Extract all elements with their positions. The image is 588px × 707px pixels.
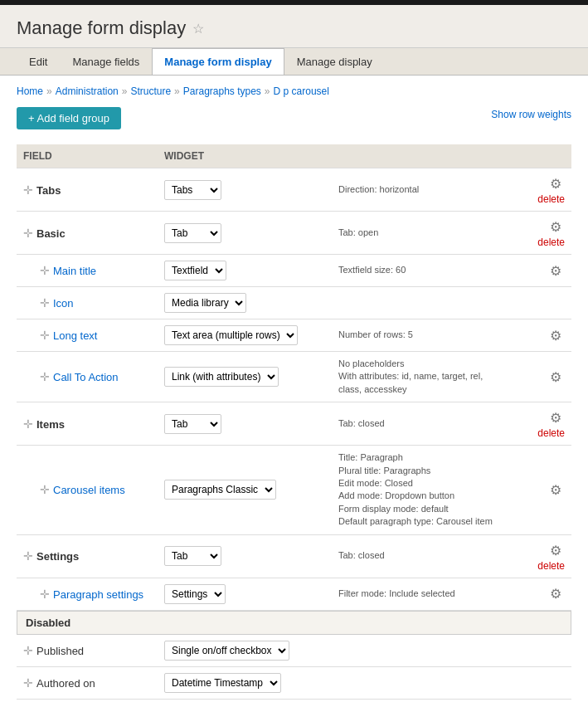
drag-handle[interactable]: ✛ [40, 483, 50, 496]
tab-manage-display[interactable]: Manage display [284, 48, 385, 75]
info-cell-tabs: Direction: horizontal [332, 168, 513, 212]
table-row-settings: ✛SettingsTabTabsHiddenTab: closed⚙delete [17, 534, 571, 578]
actions-cell-settings: ⚙delete [513, 534, 571, 578]
drag-handle[interactable]: ✛ [23, 227, 33, 240]
breadcrumb-item-3[interactable]: Paragraphs types [183, 85, 261, 97]
widget-select-link-(with-attributes)[interactable]: Link (with attributes)LinkHidden [164, 367, 279, 387]
widget-cell-long-text: Text area (multiple rows)Hidden [158, 319, 332, 352]
form-display-table: FIELD WIDGET ✛TabsTabsTabHiddenDirection… [17, 144, 571, 611]
tab-manage-form-display[interactable]: Manage form display [152, 48, 284, 75]
delete-link-settings[interactable]: delete [520, 560, 565, 572]
drag-handle[interactable]: ✛ [40, 588, 50, 601]
gear-button-basic[interactable]: ⚙ [547, 217, 565, 236]
actions-cell-basic: ⚙delete [513, 212, 571, 255]
field-label-settings: Settings [36, 550, 79, 563]
breadcrumb-item-4[interactable]: D p carousel [274, 85, 329, 97]
drag-handle[interactable]: ✛ [40, 370, 50, 383]
widget-cell-call-to-action: Link (with attributes)LinkHidden [158, 352, 332, 402]
drag-handle[interactable]: ✛ [40, 329, 50, 342]
tab-edit[interactable]: Edit [17, 48, 60, 75]
delete-link-basic[interactable]: delete [520, 236, 565, 248]
drag-handle[interactable]: ✛ [23, 183, 33, 197]
disabled-section: Disabled [17, 611, 571, 635]
widget-cell-tabs: TabsTabHidden [158, 168, 332, 212]
info-cell-main-title: Textfield size: 60 [332, 255, 513, 287]
actions-col-header [513, 144, 571, 168]
breadcrumb-sep: » [122, 85, 128, 97]
breadcrumb-item-2[interactable]: Structure [130, 85, 171, 97]
disabled-actions-published [452, 635, 572, 667]
table-row-paragraph-settings: ✛Paragraph settingsSettingsHiddenFilter … [17, 578, 571, 610]
info-col-header [332, 144, 513, 168]
breadcrumb-item-1[interactable]: Administration [56, 85, 119, 97]
star-icon[interactable]: ☆ [192, 21, 204, 37]
widget-select-text-area-(multiple-rows)[interactable]: Text area (multiple rows)Hidden [164, 325, 298, 345]
gear-button-call-to-action[interactable]: ⚙ [547, 368, 565, 387]
actions-cell-items: ⚙delete [513, 402, 571, 446]
field-label-paragraph-settings: Paragraph settings [53, 588, 143, 601]
widget-select-tab[interactable]: TabTabsHidden [164, 546, 221, 566]
breadcrumb-item-0[interactable]: Home [17, 85, 43, 97]
drag-handle[interactable]: ✛ [40, 264, 50, 277]
gear-button-main-title[interactable]: ⚙ [547, 261, 565, 280]
widget-select-single-on/off-checkbox[interactable]: Single on/off checkboxHidden [164, 641, 289, 661]
gear-button-paragraph-settings[interactable]: ⚙ [547, 584, 565, 603]
widget-col-header: WIDGET [158, 144, 332, 168]
gear-button-tabs[interactable]: ⚙ [547, 174, 565, 193]
widget-cell-icon: Media libraryHidden [158, 287, 332, 319]
gear-button-settings[interactable]: ⚙ [547, 541, 565, 560]
drag-handle-disabled[interactable]: ✛ [23, 644, 33, 657]
widget-cell-settings: TabTabsHidden [158, 534, 332, 578]
table-row-tabs: ✛TabsTabsTabHiddenDirection: horizontal⚙… [17, 168, 571, 212]
widget-select-textfield[interactable]: TextfieldHidden [164, 261, 226, 280]
field-cell-tabs: ✛Tabs [17, 168, 158, 212]
widget-select-tabs[interactable]: TabsTabHidden [164, 180, 221, 200]
info-cell-carousel-items: Title: ParagraphPlural title: Paragraphs… [332, 446, 513, 534]
info-cell-basic: Tab: open [332, 212, 513, 255]
actions-cell-carousel-items: ⚙ [513, 446, 571, 534]
table-row-items: ✛ItemsTabTabsHiddenTab: closed⚙delete [17, 402, 571, 446]
widget-cell-main-title: TextfieldHidden [158, 255, 332, 287]
page-header: Manage form display ☆ [0, 5, 588, 48]
drag-handle[interactable]: ✛ [40, 296, 50, 310]
gear-button-long-text[interactable]: ⚙ [547, 326, 565, 345]
drag-handle[interactable]: ✛ [23, 417, 33, 431]
widget-select-datetime-timestamp[interactable]: Datetime TimestampHidden [164, 673, 281, 693]
drag-handle[interactable]: ✛ [23, 549, 33, 563]
table-row-main-title: ✛Main titleTextfieldHiddenTextfield size… [17, 255, 571, 287]
widget-select-settings[interactable]: SettingsHidden [164, 584, 226, 604]
disabled-row-published: ✛PublishedSingle on/off checkboxHidden [17, 635, 571, 667]
widget-select-paragraphs-classic[interactable]: Paragraphs ClassicHidden [164, 480, 276, 500]
tabs-bar: EditManage fieldsManage form displayMana… [0, 48, 588, 76]
tab-manage-fields[interactable]: Manage fields [60, 48, 152, 75]
widget-select-media-library[interactable]: Media libraryHidden [164, 293, 246, 313]
show-row-weights-link[interactable]: Show row weights [491, 109, 571, 120]
breadcrumb-sep: » [265, 85, 270, 97]
info-cell-long-text: Number of rows: 5 [332, 319, 513, 352]
page-title: Manage form display [17, 17, 186, 39]
disabled-field-published: ✛Published [17, 635, 158, 667]
field-label-basic: Basic [36, 227, 66, 240]
field-cell-icon: ✛Icon [17, 287, 158, 319]
field-label-long-text: Long text [53, 329, 98, 342]
info-cell-icon [332, 287, 513, 319]
field-col-header: FIELD [17, 144, 158, 168]
disabled-field-label-authored-on: Authored on [36, 677, 95, 690]
delete-link-items[interactable]: delete [520, 427, 565, 439]
gear-button-items[interactable]: ⚙ [547, 408, 565, 427]
delete-link-tabs[interactable]: delete [520, 193, 565, 205]
table-row-icon: ✛IconMedia libraryHidden [17, 287, 571, 319]
drag-handle-disabled[interactable]: ✛ [23, 676, 33, 690]
disabled-field-label-published: Published [36, 645, 84, 657]
field-cell-basic: ✛Basic [17, 212, 158, 255]
widget-select-tab[interactable]: TabTabsHidden [164, 223, 221, 243]
add-field-group-button[interactable]: + Add field group [17, 107, 121, 129]
actions-cell-paragraph-settings: ⚙ [513, 578, 571, 610]
field-label-icon: Icon [53, 297, 74, 310]
actions-cell-call-to-action: ⚙ [513, 352, 571, 402]
gear-button-carousel-items[interactable]: ⚙ [547, 480, 565, 500]
widget-select-tab[interactable]: TabTabsHidden [164, 414, 221, 434]
field-cell-main-title: ✛Main title [17, 255, 158, 287]
info-cell-items: Tab: closed [332, 402, 513, 446]
disabled-actions-authored-on [452, 666, 572, 699]
